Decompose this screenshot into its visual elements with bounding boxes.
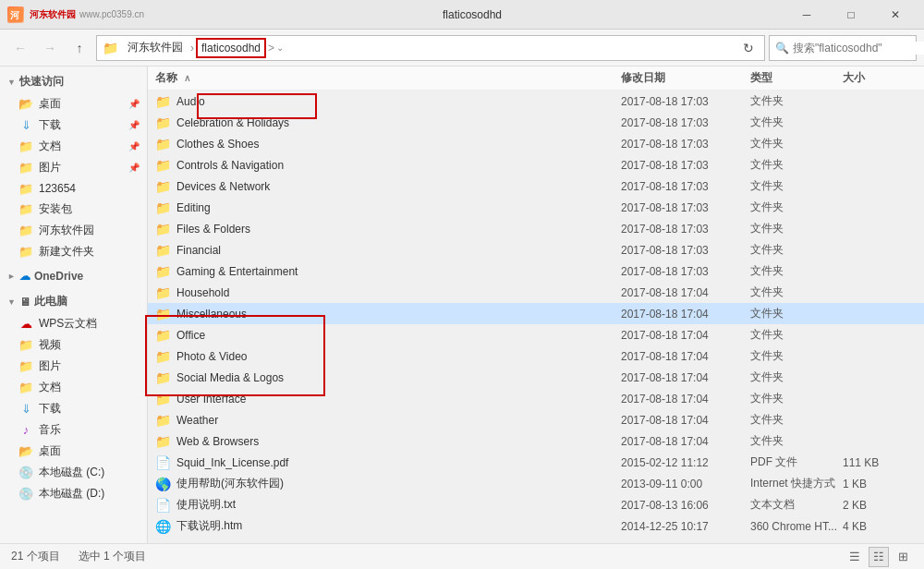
computer-icon: 🖥: [19, 296, 30, 309]
table-row[interactable]: 📁 Web & Browsers 2017-08-18 17:04 文件夹: [148, 430, 924, 452]
file-size: 4 KB: [843, 520, 917, 533]
file-type: 文件夹: [750, 157, 843, 173]
table-row[interactable]: 📁 Files & Folders 2017-08-18 17:03 文件夹: [148, 218, 924, 239]
file-date: 2017-08-18 17:04: [621, 286, 750, 299]
content-wrapper: 名称 ∧ 修改日期 类型 大小 📁 Audio 2017-08-18 17:03…: [148, 67, 924, 543]
file-type: 文件夹: [750, 433, 843, 449]
file-name-cell: 📁 Clothes & Shoes: [155, 137, 621, 151]
onedrive-section: ► ☁ OneDrive: [0, 266, 147, 286]
file-name-cell: 📁 Audio: [155, 94, 621, 109]
search-input[interactable]: [793, 42, 924, 54]
table-row[interactable]: 📄 使用说明.txt 2017-08-13 16:06 文本文档 2 KB: [148, 494, 924, 515]
back-button[interactable]: ←: [7, 35, 33, 61]
details-view-btn[interactable]: ☰: [845, 547, 865, 567]
refresh-button[interactable]: ↻: [738, 38, 759, 58]
close-button[interactable]: ✕: [874, 6, 917, 24]
sidebar-item-desktop2[interactable]: 📂 桌面: [0, 441, 147, 462]
sidebar-item-install[interactable]: 📁 安装包: [0, 199, 147, 220]
breadcrumb-root[interactable]: 河东软件园: [122, 36, 188, 59]
sidebar-item-newfolder[interactable]: 📁 新建文件夹: [0, 241, 147, 262]
table-row[interactable]: 📄 Squid_Ink_License.pdf 2015-02-12 11:12…: [148, 452, 924, 473]
col-type-header[interactable]: 类型: [750, 70, 843, 86]
table-row[interactable]: 📁 Office 2017-08-18 17:04 文件夹: [148, 324, 924, 345]
up-button[interactable]: ↑: [67, 35, 92, 61]
file-type: 文件夹: [750, 391, 843, 406]
quick-access-header[interactable]: ▼ 快速访问: [0, 70, 147, 93]
table-row[interactable]: 📁 Photo & Video 2017-08-18 17:04 文件夹: [148, 345, 924, 367]
sidebar-item-drive-d[interactable]: 💿 本地磁盘 (D:): [0, 483, 147, 504]
table-row[interactable]: 📁 Editing 2017-08-18 17:03 文件夹: [148, 197, 924, 218]
file-name-cell: 📁 Social Media & Logos: [155, 370, 621, 385]
sidebar-item-downloads[interactable]: ⇓ 下载 📌: [0, 115, 147, 136]
file-type: 文件夹: [750, 200, 843, 215]
breadcrumb-folder[interactable]: flaticosodhd: [196, 38, 266, 58]
file-name-cell: 📁 User Interface: [155, 392, 621, 406]
sidebar-label: 图片: [39, 160, 123, 176]
sidebar-item-wps[interactable]: ☁ WPS云文档: [0, 313, 147, 334]
sidebar-item-desktop[interactable]: 📂 桌面 📌: [0, 93, 147, 115]
table-row[interactable]: 📁 Financial 2017-08-18 17:03 文件夹: [148, 239, 924, 260]
file-name-cell: 🌐 下载说明.htm: [155, 518, 621, 534]
expand-arrow-onedrive: ►: [7, 272, 16, 281]
sort-arrow: ∧: [184, 73, 190, 83]
list-view-btn[interactable]: ☷: [869, 547, 889, 567]
file-name: 使用说明.txt: [176, 497, 236, 513]
file-date: 2017-08-18 17:04: [621, 329, 750, 342]
file-name-cell: 📄 Squid_Ink_License.pdf: [155, 455, 621, 470]
folder-icon: 📁: [18, 139, 33, 154]
table-row[interactable]: 📁 User Interface 2017-08-18 17:04 文件夹: [148, 388, 924, 409]
folder-icon: 📁: [155, 200, 171, 215]
sidebar-item-documents[interactable]: 📁 文档 📌: [0, 136, 147, 157]
sidebar-item-hedong[interactable]: 📁 河东软件园: [0, 220, 147, 241]
sidebar-label: 文档: [39, 380, 140, 395]
table-row[interactable]: 🌐 下载说明.htm 2014-12-25 10:17 360 Chrome H…: [148, 515, 924, 537]
minimize-button[interactable]: ─: [785, 6, 828, 24]
sidebar-item-pictures[interactable]: 📁 图片 📌: [0, 157, 147, 178]
table-row[interactable]: 📁 Controls & Navigation 2017-08-18 17:03…: [148, 154, 924, 176]
table-row[interactable]: 📁 Devices & Network 2017-08-18 17:03 文件夹: [148, 176, 924, 197]
sidebar-item-music[interactable]: ♪ 音乐: [0, 419, 147, 441]
large-icons-btn[interactable]: ⊞: [893, 547, 913, 567]
breadcrumb: 河东软件园 › flaticosodhd > ⌄: [122, 36, 735, 59]
forward-button[interactable]: →: [37, 35, 63, 61]
table-row[interactable]: 📁 Audio 2017-08-18 17:03 文件夹: [148, 91, 924, 112]
sidebar-item-pictures2[interactable]: 📁 图片: [0, 356, 147, 377]
table-row[interactable]: 📁 Clothes & Shoes 2017-08-18 17:03 文件夹: [148, 133, 924, 154]
file-date: 2017-08-18 17:03: [621, 244, 750, 257]
window-controls: ─ □ ✕: [785, 6, 917, 24]
folder-icon: 📁: [155, 413, 171, 428]
sidebar-item-dl2[interactable]: ⇓ 下载: [0, 398, 147, 419]
file-name: 下载说明.htm: [176, 518, 242, 534]
col-size-header[interactable]: 大小: [843, 70, 917, 86]
file-date: 2017-08-18 17:04: [621, 308, 750, 321]
file-name-cell: 📄 使用说明.txt: [155, 497, 621, 513]
table-row[interactable]: 📁 Weather 2017-08-18 17:04 文件夹: [148, 409, 924, 430]
sidebar-item-123654[interactable]: 📁 123654: [0, 178, 147, 199]
file-type: 文件夹: [750, 369, 843, 385]
file-date: 2017-08-18 17:03: [621, 201, 750, 214]
sidebar-item-video[interactable]: 📁 视频: [0, 334, 147, 356]
thispc-header[interactable]: ▼ 🖥 此电脑: [0, 290, 147, 313]
file-name: Financial: [176, 244, 221, 257]
col-name-header[interactable]: 名称 ∧: [155, 70, 621, 86]
file-type: 文件夹: [750, 412, 843, 428]
breadcrumb-expand[interactable]: ⌄: [276, 42, 284, 53]
table-row[interactable]: 🌎 使用帮助(河东软件园) 2013-09-11 0:00 Internet 快…: [148, 473, 924, 494]
sidebar-label: 本地磁盘 (D:): [39, 486, 140, 502]
file-name: User Interface: [176, 393, 246, 406]
table-row[interactable]: 📁 Gaming & Entertainment 2017-08-18 17:0…: [148, 260, 924, 282]
col-date-header[interactable]: 修改日期: [621, 70, 750, 86]
sidebar-label: 123654: [39, 182, 140, 195]
table-row[interactable]: 📁 Celebration & Holidays 2017-08-18 17:0…: [148, 112, 924, 133]
file-name: Squid_Ink_License.pdf: [176, 456, 288, 469]
folder-icon: 📁: [155, 434, 171, 449]
table-row[interactable]: 📁 Household 2017-08-18 17:04 文件夹: [148, 282, 924, 303]
maximize-button[interactable]: □: [830, 6, 872, 24]
table-row[interactable]: 📁 Social Media & Logos 2017-08-18 17:04 …: [148, 367, 924, 388]
sidebar-item-docs2[interactable]: 📁 文档: [0, 377, 147, 398]
table-row[interactable]: 📁 Miscellaneous 2017-08-18 17:04 文件夹: [148, 303, 924, 324]
onedrive-header[interactable]: ► ☁ OneDrive: [0, 266, 147, 286]
sidebar-item-drive-c[interactable]: 💿 本地磁盘 (C:): [0, 462, 147, 483]
file-date: 2017-08-13 16:06: [621, 499, 750, 512]
watermark-logo: 河东软件园: [30, 8, 76, 21]
